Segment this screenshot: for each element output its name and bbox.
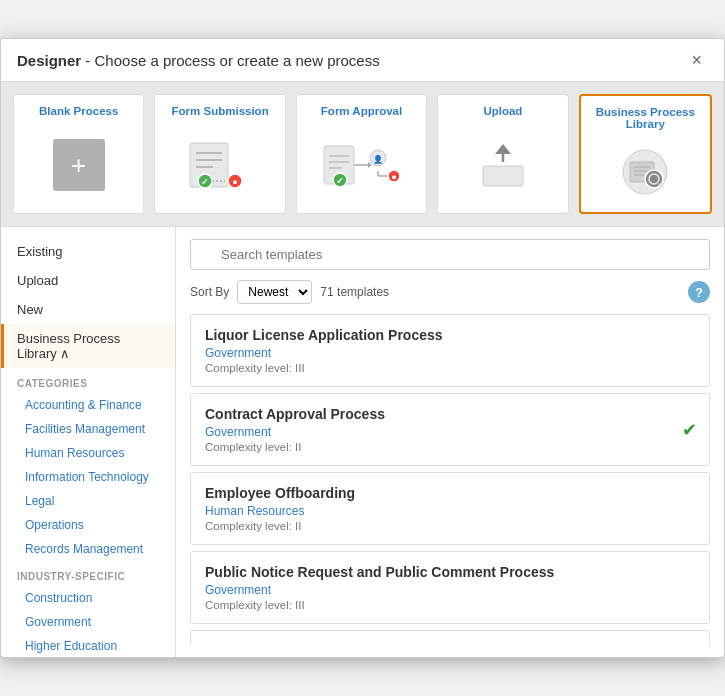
tile-upload-label: Upload <box>483 105 522 117</box>
sidebar-cat-records[interactable]: Records Management <box>1 537 175 561</box>
tile-bpl[interactable]: Business Process Library <box>579 94 712 214</box>
search-input[interactable] <box>190 239 710 270</box>
modal-title: Designer - Choose a process or create a … <box>17 52 380 69</box>
sort-by-label: Sort By <box>190 285 229 299</box>
sort-select[interactable]: Newest Oldest A-Z Z-A <box>237 280 312 304</box>
main-content: 🔍 Sort By Newest Oldest A-Z Z-A 71 templ… <box>176 227 724 657</box>
modal-title-rest: - Choose a process or create a new proce… <box>81 52 379 69</box>
template-name-2: Contract Approval Process <box>205 406 695 422</box>
categories-section-label: CATEGORIES <box>1 368 175 393</box>
search-wrapper: 🔍 <box>190 239 710 270</box>
tile-blank-label: Blank Process <box>39 105 118 117</box>
sidebar-item-new[interactable]: New <box>1 295 175 324</box>
tile-form-submission[interactable]: Form Submission ✓ ● <box>154 94 285 214</box>
modal-body: Existing Upload New Business Process Lib… <box>1 227 724 657</box>
sidebar-ind-construction[interactable]: Construction <box>1 586 175 610</box>
svg-marker-26 <box>495 144 511 154</box>
sidebar-item-existing[interactable]: Existing <box>1 237 175 266</box>
template-complexity-3: Complexity level: II <box>205 520 695 532</box>
sidebar-ind-government[interactable]: Government <box>1 610 175 634</box>
tile-form-approval-icon: ✓ 👤 ● <box>322 125 402 205</box>
tile-form-submission-icon: ✓ ● <box>185 125 255 205</box>
sidebar-cat-operations[interactable]: Operations <box>1 513 175 537</box>
sidebar-cat-legal[interactable]: Legal <box>1 489 175 513</box>
process-tiles: Blank Process + Form Submission ✓ ● <box>1 82 724 227</box>
sidebar-item-bpl[interactable]: Business Process Library ∧ <box>1 324 175 368</box>
sidebar-cat-accounting[interactable]: Accounting & Finance <box>1 393 175 417</box>
sort-bar: Sort By Newest Oldest A-Z Z-A 71 templat… <box>190 280 710 304</box>
template-name-4: Public Notice Request and Public Comment… <box>205 564 695 580</box>
tile-form-approval[interactable]: Form Approval ✓ 👤 ● <box>296 94 427 214</box>
svg-rect-24 <box>483 166 523 186</box>
sidebar-cat-hr[interactable]: Human Resources <box>1 441 175 465</box>
svg-text:✓: ✓ <box>336 176 344 186</box>
template-complexity-4: Complexity level: III <box>205 599 695 611</box>
industry-section-label: INDUSTRY-SPECIFIC <box>1 561 175 586</box>
template-category-1: Government <box>205 346 695 360</box>
template-card-1[interactable]: Liquor License Application Process Gover… <box>190 314 710 387</box>
tile-form-submission-label: Form Submission <box>172 105 269 117</box>
sidebar-cat-facilities[interactable]: Facilities Management <box>1 417 175 441</box>
template-name-1: Liquor License Application Process <box>205 327 695 343</box>
template-category-3: Human Resources <box>205 504 695 518</box>
close-button[interactable]: × <box>685 49 708 71</box>
tile-form-approval-label: Form Approval <box>321 105 402 117</box>
template-category-2: Government <box>205 425 695 439</box>
tile-upload-icon <box>473 125 533 205</box>
templates-list: Liquor License Application Process Gover… <box>190 314 710 645</box>
sidebar-item-upload[interactable]: Upload <box>1 266 175 295</box>
svg-text:✓: ✓ <box>201 177 209 187</box>
template-card-3[interactable]: Employee Offboarding Human Resources Com… <box>190 472 710 545</box>
template-name-3: Employee Offboarding <box>205 485 695 501</box>
template-complexity-2: Complexity level: II <box>205 441 695 453</box>
template-card-5[interactable]: Committee Review Process <box>190 630 710 645</box>
sidebar-ind-higher-ed[interactable]: Higher Education <box>1 634 175 657</box>
svg-text:●: ● <box>391 172 396 182</box>
tile-blank-icon: + <box>53 125 105 205</box>
tile-upload[interactable]: Upload <box>437 94 568 214</box>
template-card-2[interactable]: Contract Approval Process Government Com… <box>190 393 710 466</box>
tile-bpl-label: Business Process Library <box>589 106 702 130</box>
template-name-5: Committee Review Process <box>205 643 695 645</box>
modal-title-strong: Designer <box>17 52 81 69</box>
template-card-4[interactable]: Public Notice Request and Public Comment… <box>190 551 710 624</box>
template-count: 71 templates <box>320 285 389 299</box>
help-button[interactable]: ? <box>688 281 710 303</box>
designer-modal: Designer - Choose a process or create a … <box>0 38 725 658</box>
tile-bpl-icon <box>610 138 680 204</box>
selected-checkmark-icon: ✔ <box>682 419 697 441</box>
tile-blank-process[interactable]: Blank Process + <box>13 94 144 214</box>
sidebar-cat-it[interactable]: Information Technology <box>1 465 175 489</box>
modal-header: Designer - Choose a process or create a … <box>1 39 724 82</box>
svg-text:👤: 👤 <box>373 154 383 164</box>
blank-process-icon: + <box>53 139 105 191</box>
template-complexity-1: Complexity level: III <box>205 362 695 374</box>
svg-text:●: ● <box>232 177 237 187</box>
template-category-4: Government <box>205 583 695 597</box>
sidebar: Existing Upload New Business Process Lib… <box>1 227 176 657</box>
